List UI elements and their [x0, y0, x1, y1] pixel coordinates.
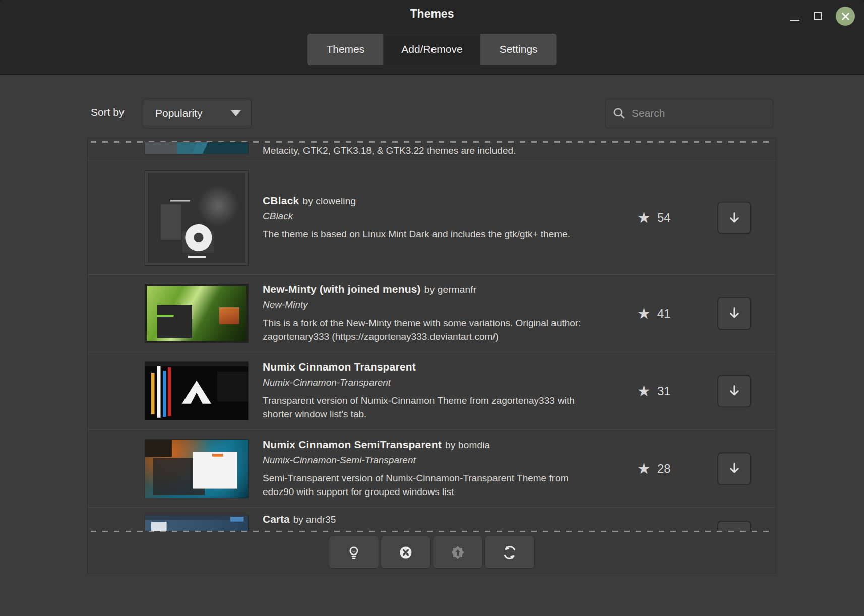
- window-title: Themes: [0, 0, 864, 21]
- sort-by-label: Sort by: [91, 106, 125, 118]
- titlebar: Themes Themes Add/Remove Settings: [0, 0, 864, 75]
- star-icon: ★: [637, 384, 651, 399]
- close-button[interactable]: [836, 7, 855, 26]
- arch-logo: [182, 381, 211, 404]
- theme-author: by bomdia: [445, 440, 490, 450]
- close-icon: [841, 12, 850, 21]
- theme-author: by germanfr: [424, 284, 477, 295]
- star-icon: ★: [637, 210, 651, 225]
- download-button[interactable]: [717, 521, 751, 531]
- star-icon: ★: [637, 461, 651, 476]
- tab-settings[interactable]: Settings: [481, 34, 557, 65]
- download-icon: [727, 306, 742, 321]
- theme-title: Cartaby andr35: [263, 513, 336, 525]
- theme-subtitle: Numix-Cinnamon-Semi-Transparent: [263, 455, 595, 466]
- update-button: [433, 536, 483, 569]
- theme-description: Transparent version of Numix-Cinnamon Th…: [263, 394, 589, 421]
- themes-list: Metacity, GTK2, GTK3.18, & GTK3.22 theme…: [87, 138, 776, 573]
- theme-subtitle: Numix-Cinnamon-Transparent: [263, 377, 595, 388]
- list-item-carta[interactable]: Cartaby andr35: [88, 507, 776, 531]
- sort-dropdown[interactable]: Popularity: [143, 99, 252, 128]
- theme-description: This is a fork of the New-Minty theme wi…: [263, 316, 589, 343]
- theme-thumbnail: [145, 440, 248, 498]
- update-icon: [450, 544, 466, 561]
- rating: ★ 28: [637, 461, 671, 476]
- sort-dropdown-value: Popularity: [155, 107, 202, 119]
- download-button[interactable]: [717, 202, 751, 234]
- tab-bar: Themes Add/Remove Settings: [307, 34, 556, 65]
- theme-thumbnail: [145, 515, 248, 531]
- search-input[interactable]: [632, 107, 768, 119]
- theme-title: CBlackby cloweling: [263, 195, 595, 207]
- download-icon: [727, 211, 742, 225]
- theme-thumbnail: [145, 142, 248, 154]
- list-item-new-minty[interactable]: New-Minty (with joined menus)by germanfr…: [88, 274, 776, 352]
- search-box[interactable]: [605, 99, 773, 128]
- star-count: 41: [657, 306, 671, 321]
- scroll-edge-indicator: [91, 531, 773, 532]
- download-icon: [727, 462, 742, 476]
- cancel-icon: [398, 545, 413, 560]
- theme-thumbnail: [145, 171, 248, 265]
- maximize-button[interactable]: [814, 12, 822, 20]
- theme-author: by cloweling: [302, 196, 356, 206]
- toolbar: [88, 531, 776, 573]
- rating: ★ 31: [637, 384, 671, 399]
- star-count: 31: [657, 384, 671, 398]
- refresh-icon: [502, 544, 518, 561]
- theme-description: Semi-Transparent version of Numix-Cinnam…: [263, 471, 589, 499]
- info-button[interactable]: [329, 536, 379, 569]
- theme-thumbnail: [145, 362, 248, 420]
- rating: ★ 41: [637, 306, 671, 321]
- theme-description: The theme is based on Linux Mint Dark an…: [263, 227, 589, 241]
- star-count: 54: [657, 211, 671, 225]
- tab-add-remove[interactable]: Add/Remove: [383, 34, 481, 65]
- chevron-down-icon: [231, 110, 241, 116]
- list-item-numix-semitransparent[interactable]: Numix Cinnamon SemiTransparentby bomdia …: [88, 429, 776, 507]
- list-item-cblack[interactable]: CBlackby cloweling CBlack The theme is b…: [88, 161, 776, 274]
- search-icon: [612, 107, 626, 120]
- star-icon: ★: [637, 306, 651, 321]
- theme-title: Numix Cinnamon SemiTransparentby bomdia: [263, 439, 595, 451]
- download-button[interactable]: [717, 452, 751, 485]
- list-item-numix-transparent[interactable]: Numix Cinnamon Transparent Numix-Cinnamo…: [88, 352, 776, 429]
- tab-themes[interactable]: Themes: [307, 34, 383, 65]
- theme-subtitle: CBlack: [263, 211, 595, 222]
- download-button[interactable]: [717, 375, 751, 407]
- download-button[interactable]: [717, 297, 751, 330]
- theme-title: Numix Cinnamon Transparent: [263, 361, 595, 373]
- minimize-button[interactable]: [790, 20, 799, 21]
- download-icon: [727, 384, 742, 398]
- lightbulb-icon: [346, 545, 361, 560]
- list-item-partial-top[interactable]: Metacity, GTK2, GTK3.18, & GTK3.22 theme…: [88, 138, 776, 161]
- cancel-button[interactable]: [381, 536, 431, 569]
- theme-title: New-Minty (with joined menus)by germanfr: [263, 283, 595, 295]
- theme-subtitle: New-Minty: [263, 299, 595, 311]
- theme-author: by andr35: [293, 514, 336, 525]
- theme-description: Metacity, GTK2, GTK3.18, & GTK3.22 theme…: [263, 145, 516, 156]
- themes-window: Themes Themes Add/Remove Settings Sort b…: [0, 0, 864, 616]
- theme-thumbnail: [145, 284, 248, 342]
- star-count: 28: [657, 462, 671, 476]
- rating: ★ 54: [637, 210, 671, 225]
- refresh-button[interactable]: [484, 536, 535, 569]
- window-controls: [790, 6, 855, 26]
